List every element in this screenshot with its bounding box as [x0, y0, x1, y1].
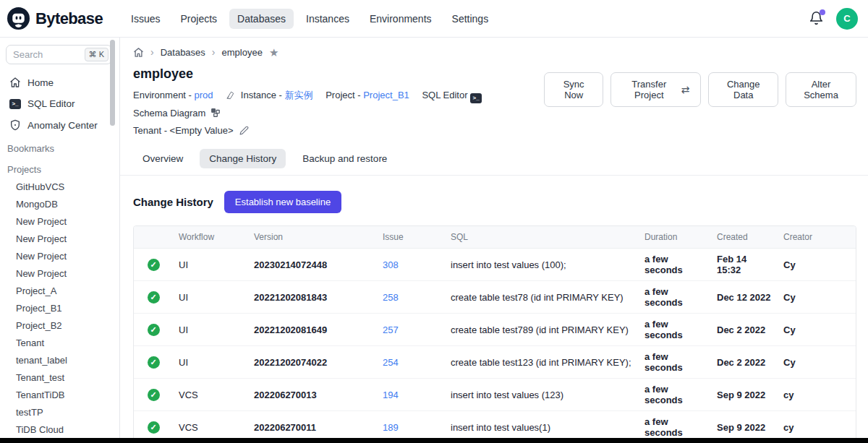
brand[interactable]: Bytebase — [7, 7, 103, 30]
cell-created: Feb 14 15:32 — [711, 249, 778, 281]
cell-issue: 194 — [377, 379, 445, 411]
sidebar-project-item[interactable]: TenantTiDB — [13, 386, 119, 403]
sidebar-project-item[interactable]: Tenant — [13, 334, 119, 351]
cell-creator: Cy — [778, 346, 856, 379]
column-header-workflow: Workflow — [173, 226, 248, 249]
avatar[interactable]: C — [836, 8, 858, 30]
page-header-left: employee Environment - prod In — [133, 66, 544, 140]
cell-version: 20230214072448 — [248, 249, 377, 281]
schema-diagram-shortcut[interactable]: Schema Diagram — [133, 108, 221, 119]
sidebar-project-item[interactable]: TiDB Cloud — [13, 421, 119, 438]
sidebar-project-item[interactable]: GitHubVCS — [13, 178, 119, 195]
nav-item-instances[interactable]: Instances — [298, 9, 357, 29]
nav-item-projects[interactable]: Projects — [173, 9, 226, 29]
bookmark-star-icon[interactable]: ★ — [269, 47, 278, 58]
sidebar-project-item[interactable]: MongoDB — [13, 195, 119, 212]
app-root: Bytebase IssuesProjectsDatabasesInstance… — [0, 0, 868, 443]
cell-creator: Cy — [778, 281, 856, 314]
issue-link[interactable]: 308 — [383, 259, 399, 270]
change-data-button[interactable]: Change Data — [708, 72, 778, 107]
cell-duration: a few seconds — [639, 314, 711, 346]
breadcrumb-separator: › — [212, 46, 216, 58]
sync-now-button[interactable]: Sync Now — [544, 72, 603, 107]
tab-change-history[interactable]: Change History — [200, 149, 286, 168]
section-title: Change History — [133, 196, 213, 208]
brand-text: Bytebase — [35, 9, 103, 28]
sidebar-item-anomaly-center[interactable]: Anomaly Center — [0, 114, 119, 136]
nav-item-databases[interactable]: Databases — [229, 9, 294, 29]
table-row: ✓UI20221202074022254create table test123… — [134, 346, 856, 379]
issue-link[interactable]: 194 — [383, 390, 399, 400]
sidebar-project-item[interactable]: Project_B1 — [13, 299, 119, 317]
cell-sql: insert into test values (123) — [445, 379, 639, 411]
cell-workflow: UI — [173, 249, 248, 281]
notifications-button[interactable] — [809, 11, 825, 27]
home-icon — [9, 77, 21, 88]
establish-baseline-button[interactable]: Establish new baseline — [224, 191, 341, 213]
issue-link[interactable]: 257 — [383, 324, 399, 335]
cell-duration: a few seconds — [639, 346, 711, 379]
sidebar-project-item[interactable]: Tenant_test — [13, 369, 119, 386]
sidebar-project-item[interactable]: New Project — [13, 212, 119, 230]
cell-duration: a few seconds — [639, 249, 711, 281]
cell-created: Sep 9 2022 — [711, 379, 778, 411]
sidebar: ⌘ K Home >_ SQL Editor Anomaly Center Bo… — [0, 38, 120, 438]
cell-created: Dec 2 2022 — [711, 314, 778, 346]
sidebar-project-item[interactable]: tenant_label — [13, 351, 119, 369]
sidebar-project-item[interactable]: New Project — [13, 230, 119, 247]
status-done-check-icon: ✓ — [148, 389, 160, 401]
sql-editor-shortcut[interactable]: SQL Editor >_ — [422, 90, 482, 100]
transfer-arrows-icon: ⇄ — [681, 84, 690, 95]
tab-backup-and-restore[interactable]: Backup and restore — [293, 149, 396, 168]
status-done-check-icon: ✓ — [148, 356, 160, 369]
tab-overview[interactable]: Overview — [133, 149, 192, 168]
project-list: GitHubVCSMongoDBNew ProjectNew ProjectNe… — [0, 178, 119, 438]
sql-editor-label: SQL Editor — [422, 90, 467, 100]
cell-created: Dec 12 2022 — [711, 281, 778, 314]
home-breadcrumb-icon[interactable] — [133, 47, 144, 58]
database-meta: Environment - prod Instance - 新实例 — [133, 87, 544, 140]
project-link[interactable]: Project_B1 — [363, 90, 409, 100]
issue-link[interactable]: 258 — [383, 292, 399, 303]
meta-line-2: Tenant - <Empty Value> — [133, 122, 544, 140]
sidebar-item-label: Anomaly Center — [27, 120, 98, 131]
environment-segment: Environment - prod — [133, 90, 216, 100]
environment-link[interactable]: prod — [195, 90, 213, 100]
page-header: employee Environment - prod In — [133, 66, 856, 140]
issue-link[interactable]: 189 — [383, 422, 399, 433]
sidebar-item-sql-editor[interactable]: >_ SQL Editor — [0, 93, 119, 114]
nav-item-settings[interactable]: Settings — [444, 9, 497, 29]
sidebar-scrollbar[interactable] — [110, 40, 115, 126]
instance-link[interactable]: 新实例 — [285, 90, 313, 100]
terminal-icon: >_ — [470, 93, 482, 103]
nav-item-environments[interactable]: Environments — [362, 9, 440, 29]
sidebar-item-home[interactable]: Home — [0, 72, 119, 93]
cell-sql: create table test78 (id int PRIMARY KEY) — [445, 281, 639, 314]
sidebar-project-item[interactable]: testTP — [13, 403, 119, 421]
main-content: › Databases › employee ★ employee Enviro… — [120, 38, 868, 438]
cell-issue: 257 — [377, 314, 445, 346]
issue-link[interactable]: 254 — [383, 357, 399, 368]
transfer-project-button[interactable]: Transfer Project⇄ — [610, 72, 702, 107]
nav-item-issues[interactable]: Issues — [123, 9, 168, 29]
breadcrumb-databases[interactable]: Databases — [161, 47, 205, 58]
database-tabs: OverviewChange HistoryBackup and restore — [133, 149, 856, 168]
terminal-icon: >_ — [9, 99, 21, 109]
column-header-issue: Issue — [377, 226, 445, 249]
cell-sql: insert into test values (100); — [445, 249, 639, 281]
cell-created: Dec 2 2022 — [711, 346, 778, 379]
alter-schema-button[interactable]: Alter Schema — [786, 72, 856, 107]
sidebar-project-item[interactable]: New Project — [13, 264, 119, 282]
sidebar-project-item[interactable]: Project_A — [13, 282, 119, 299]
breadcrumb-employee[interactable]: employee — [222, 47, 263, 58]
environment-label: Environment - — [133, 90, 192, 100]
sidebar-project-item[interactable]: New Project — [13, 247, 119, 264]
instance-segment: Instance - 新实例 — [226, 90, 315, 100]
instance-label: Instance - — [241, 90, 282, 100]
project-segment: Project - Project_B1 — [326, 90, 412, 100]
edit-pencil-icon[interactable] — [239, 126, 249, 135]
cell-issue: 258 — [377, 281, 445, 314]
sidebar-item-label: Home — [27, 77, 54, 88]
cell-version: 20221202081843 — [248, 281, 377, 314]
sidebar-project-item[interactable]: Project_B2 — [13, 317, 119, 334]
